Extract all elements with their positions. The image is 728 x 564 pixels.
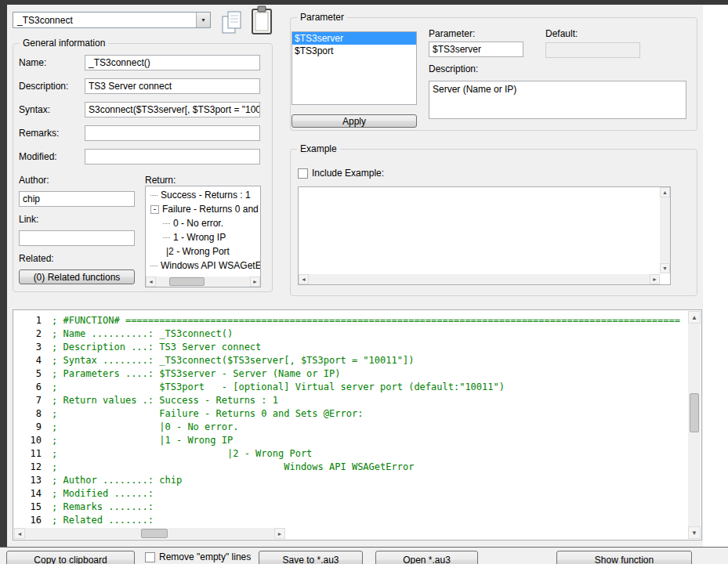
link-input[interactable]: [19, 230, 135, 246]
line-number: 8: [15, 407, 42, 421]
code-line: 1; #FUNCTION# ==========================…: [15, 314, 687, 327]
scroll-thumb[interactable]: [690, 393, 699, 432]
scroll-up-icon[interactable]: ▲: [688, 311, 701, 324]
remove-empty-lines-checkbox[interactable]: Remove "empty" lines: [145, 551, 251, 562]
collapse-icon[interactable]: -: [150, 205, 159, 214]
modified-label: Modified:: [19, 151, 57, 162]
code-line: 13; Author ........: chip: [15, 474, 687, 487]
syntax-input[interactable]: S3connect($TS3server[, $TS3port = "10011…: [85, 102, 260, 118]
tree-item-label: Success - Returns : 1: [161, 190, 251, 201]
code-line: 7; Return values .: Success - Returns : …: [15, 394, 687, 407]
tree-item[interactable]: 0 - No error.: [146, 216, 260, 230]
function-selector[interactable]: _TS3connect ▼: [13, 12, 211, 28]
tree-item[interactable]: 1 - Wrong IP: [146, 230, 260, 244]
line-text: ; Remarks .......:: [52, 501, 154, 512]
code-editor[interactable]: 1; #FUNCTION# ==========================…: [13, 309, 702, 540]
copy-to-clipboard-button[interactable]: Copy to clipboard: [6, 551, 135, 564]
window-edge-left: [0, 0, 7, 547]
scroll-right-icon[interactable]: ►: [274, 528, 285, 539]
line-number: 10: [15, 434, 42, 447]
line-number: 16: [15, 514, 42, 527]
code-hscrollbar[interactable]: ◄ ►: [14, 528, 285, 539]
bottom-bar: Copy to clipboard Remove "empty" lines S…: [0, 547, 728, 564]
checkbox-box[interactable]: [145, 552, 155, 562]
code-lines: 1; #FUNCTION# ==========================…: [15, 314, 687, 538]
param-description-input[interactable]: Server (Name or IP): [429, 81, 686, 119]
line-text: ; Windows API WSAGetError: [52, 461, 414, 472]
line-text: ; #FUNCTION# ===========================…: [52, 315, 680, 326]
function-selector-value: _TS3connect: [13, 15, 196, 26]
parameter-field-label: Parameter:: [429, 28, 475, 39]
line-number: 15: [15, 501, 42, 514]
tree-item[interactable]: |2 - Wrong Port: [146, 244, 260, 258]
scroll-thumb[interactable]: [169, 277, 205, 286]
parameter-list[interactable]: $TS3server $TS3port: [292, 31, 417, 105]
code-line: 9; |0 - No error.: [15, 421, 687, 434]
tree-connector: [163, 237, 170, 238]
list-item[interactable]: $TS3server: [292, 32, 416, 45]
line-text: ; Return values .: Success - Returns : 1: [52, 395, 278, 406]
return-tree[interactable]: Success - Returns : 1 - Failure - Return…: [145, 186, 261, 287]
app-window: _TS3connect ▼ General information Name: …: [0, 0, 728, 564]
scroll-down-icon[interactable]: ▼: [660, 263, 670, 273]
save-to-au3-button[interactable]: Save to *.au3: [259, 551, 363, 564]
code-line: 10; |1 - Wrong IP: [15, 434, 687, 447]
line-text: ; Name ..........: _TS3connect(): [52, 328, 233, 339]
author-input[interactable]: chip: [19, 191, 135, 207]
line-number: 1: [15, 314, 42, 327]
remarks-label: Remarks:: [19, 128, 59, 139]
show-function-button[interactable]: Show function: [556, 551, 692, 564]
tree-item[interactable]: - Failure - Returns 0 and S: [146, 202, 260, 216]
code-vscrollbar[interactable]: ▲ ▼: [688, 311, 701, 539]
parameter-input[interactable]: $TS3server: [429, 42, 523, 57]
scroll-thumb[interactable]: [141, 529, 168, 538]
line-number: 4: [15, 354, 42, 367]
tree-item-label: 0 - No error.: [173, 218, 223, 229]
line-text: ; Description ...: TS3 Server connect: [52, 342, 261, 352]
remarks-input[interactable]: [85, 125, 260, 141]
scroll-left-icon[interactable]: ◄: [146, 277, 156, 287]
tree-connector: [150, 195, 158, 196]
description-input[interactable]: TS3 Server connect: [85, 78, 260, 94]
return-tree-hscrollbar[interactable]: ◄ ►: [146, 277, 260, 287]
line-text: ; Failure - Returns 0 and Sets @Error:: [52, 408, 363, 419]
scroll-left-icon[interactable]: ◄: [299, 274, 309, 284]
clipboard-icon[interactable]: [249, 5, 274, 36]
line-text: ; Author ........: chip: [52, 475, 182, 486]
example-input[interactable]: [298, 186, 671, 285]
scroll-right-icon[interactable]: ►: [250, 277, 260, 287]
name-input[interactable]: _TS3connect(): [85, 55, 260, 70]
line-text: ; |2 - Wrong Port: [52, 448, 312, 459]
scroll-up-icon[interactable]: ▲: [660, 187, 670, 197]
scroll-right-icon[interactable]: ►: [650, 274, 660, 284]
tree-item[interactable]: Success - Returns : 1: [146, 188, 260, 202]
list-item[interactable]: $TS3port: [292, 45, 416, 57]
code-line: 14; Modified ......:: [15, 487, 687, 501]
example-hscrollbar[interactable]: ◄ ►: [299, 274, 660, 284]
scroll-down-icon[interactable]: ▼: [688, 526, 701, 539]
return-tree-rows: Success - Returns : 1 - Failure - Return…: [146, 188, 260, 277]
tree-item[interactable]: Windows API WSAGetErr: [146, 258, 260, 273]
scroll-left-icon[interactable]: ◄: [14, 528, 25, 539]
include-example-checkbox[interactable]: Include Example:: [298, 168, 384, 179]
related-functions-button[interactable]: (0) Related functions: [19, 269, 135, 284]
tree-connector: [163, 223, 170, 224]
link-label: Link:: [19, 214, 38, 225]
copy-icon[interactable]: [220, 9, 244, 36]
modified-input[interactable]: [85, 149, 260, 164]
tree-connector: [150, 266, 158, 266]
code-line: 11; |2 - Wrong Port: [15, 447, 687, 461]
line-number: 11: [15, 447, 42, 461]
chevron-down-icon[interactable]: ▼: [196, 13, 210, 27]
example-vscrollbar[interactable]: ▲ ▼: [660, 187, 670, 273]
syntax-label: Syntax:: [19, 104, 50, 115]
checkbox-box[interactable]: [298, 168, 308, 179]
line-text: ; Related .......:: [52, 515, 154, 526]
code-line: 8; Failure - Returns 0 and Sets @Error:: [15, 407, 687, 421]
open-au3-button[interactable]: Open *.au3: [375, 551, 478, 564]
author-label: Author:: [19, 175, 49, 186]
tree-item-label: |2 - Wrong Port: [166, 246, 230, 257]
code-line: 16; Related .......:: [15, 514, 687, 527]
apply-button[interactable]: Apply: [292, 114, 417, 128]
line-text: ; |1 - Wrong IP: [52, 435, 233, 446]
